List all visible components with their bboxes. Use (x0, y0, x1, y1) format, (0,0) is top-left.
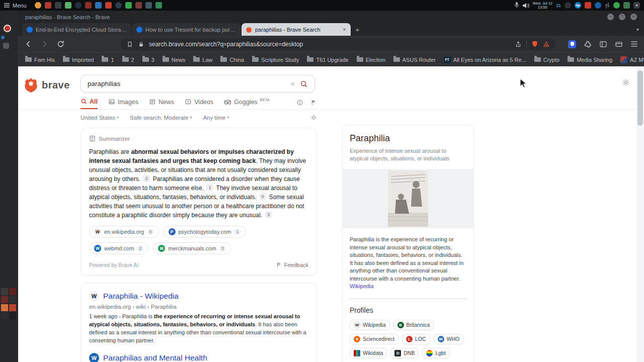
window-titlebar[interactable]: paraphilias - Brave Search - Brave − □ × (18, 11, 644, 23)
profile-pill-loc[interactable]: LLOC (402, 334, 430, 344)
profile-pill-dnb[interactable]: DDNB (390, 348, 419, 358)
palette-swatch[interactable] (9, 288, 16, 295)
search-query-text[interactable]: paraphilias (88, 80, 285, 87)
bookmark-folder[interactable]: Law (193, 57, 212, 63)
palette-swatch[interactable] (1, 304, 8, 311)
speaker-icon[interactable] (523, 3, 529, 9)
bookmark-folder[interactable]: ASUS Router (393, 57, 436, 63)
profile-pill-lgbt[interactable]: Lgbt (422, 348, 449, 358)
maximize-button[interactable]: □ (619, 14, 625, 20)
bookmark-item-ft[interactable]: FTAll Eyes on Arizona as 5 Re... (444, 56, 526, 63)
citation-badge[interactable]: 0 (259, 193, 266, 200)
tray-close-icon[interactable]: × (633, 2, 640, 9)
citation-badge[interactable]: 1 (206, 184, 213, 191)
palette-swatch[interactable] (1, 312, 8, 319)
profile-pill-wikipedia[interactable]: WWikipedia (350, 320, 390, 330)
puzzle-extensions-icon[interactable] (584, 40, 592, 48)
tab-tresorit-storage[interactable]: End-to-End Encrypted Cloud Storage for B… (22, 23, 132, 36)
taskbar-app-icon[interactable] (105, 2, 112, 9)
citation-badge[interactable]: 3 (265, 211, 272, 218)
desktop-shield-icon[interactable] (4, 25, 11, 32)
source-pill-merckmanuals[interactable]: Mmerckmanuals.com3 (153, 242, 230, 254)
result-title-link[interactable]: Paraphilias and Mental Health (103, 353, 207, 362)
palette-swatch[interactable] (1, 296, 8, 303)
source-pill-psychologytoday[interactable]: Ppsychologytoday.com1 (164, 226, 246, 238)
taskbar-app-icon[interactable] (155, 2, 162, 9)
brave-rewards-icon[interactable] (543, 41, 550, 48)
taskbar-app-icon[interactable] (125, 2, 132, 9)
back-button[interactable] (24, 40, 33, 48)
tab-close-icon[interactable]: × (343, 27, 346, 33)
bookmark-item-azmvd[interactable]: AZ MVD Now (620, 56, 644, 63)
reload-button[interactable] (56, 40, 65, 48)
search-magnifier-icon[interactable] (300, 80, 308, 88)
location-icon[interactable] (310, 114, 317, 121)
bookmark-folder[interactable]: China (220, 57, 244, 63)
profile-pill-britannica[interactable]: BBritannica (393, 320, 434, 330)
bookmark-folder[interactable]: Election (357, 57, 385, 63)
palette-swatch[interactable] (9, 296, 16, 303)
bookmark-folder[interactable]: Scripture Study (252, 57, 299, 63)
browser-menu-icon[interactable] (630, 41, 638, 47)
palette-swatch[interactable] (1, 288, 8, 295)
desktop-dot-icon[interactable] (1, 36, 5, 39)
bookmark-folder[interactable]: Imported (63, 57, 94, 63)
taskbar-menu-button[interactable]: Menu (4, 3, 27, 9)
settings-gear-icon[interactable] (622, 78, 630, 86)
tab-tresorit-backup[interactable]: How to use Tresorit for backup purposes?… (132, 23, 242, 36)
wikipedia-link[interactable]: Wikipedia (350, 283, 374, 289)
bookmark-folder[interactable]: 3 (142, 57, 154, 63)
taskbar-app-icon[interactable] (35, 2, 41, 9)
share-icon[interactable] (515, 41, 522, 48)
nav-tab-news[interactable]: News (149, 96, 174, 109)
bookmark-folder[interactable]: Crypto (534, 57, 559, 63)
desktop-app-icon[interactable] (3, 43, 9, 49)
nav-tab-videos[interactable]: Videos (185, 96, 213, 109)
wallet-icon[interactable] (615, 40, 623, 48)
info-icon[interactable] (296, 99, 303, 106)
taskbar-app-icon[interactable] (135, 2, 142, 9)
taskbar-app-icon[interactable] (45, 2, 51, 9)
flag-icon[interactable] (310, 99, 317, 106)
feedback-button[interactable]: Feedback (276, 262, 308, 268)
taskbar-app-icon[interactable] (65, 2, 71, 9)
nav-tab-images[interactable]: Images (108, 96, 138, 109)
time-filter[interactable]: Any time▾ (203, 115, 229, 121)
infobox-image[interactable] (388, 170, 428, 227)
new-tab-button[interactable]: + (351, 23, 364, 36)
profile-pill-who[interactable]: WWHO (434, 334, 464, 344)
tray-app-icon[interactable] (585, 2, 591, 9)
minimize-button[interactable]: − (607, 14, 614, 20)
source-pill-wikipedia[interactable]: Wen.wikipedia.org0 (89, 226, 159, 238)
taskbar-app-icon[interactable] (85, 2, 92, 9)
lock-icon[interactable] (138, 41, 144, 48)
forward-button[interactable] (40, 40, 49, 48)
clear-search-icon[interactable]: × (290, 79, 295, 88)
nav-tab-goggles[interactable]: GogglesBETA (224, 96, 270, 109)
citation-badge[interactable]: 2 (143, 175, 150, 182)
profile-pill-wikidata[interactable]: Wikidata (350, 348, 387, 358)
bookmark-folder[interactable]: News (163, 57, 186, 63)
brave-search-logo[interactable]: brave (24, 77, 70, 93)
taskbar-app-icon[interactable] (115, 2, 122, 9)
scrollbar-thumb[interactable] (637, 70, 643, 126)
address-bar[interactable]: search.brave.com/search?q=paraphilias&so… (121, 38, 555, 50)
taskbar-app-icon[interactable] (145, 2, 152, 9)
bookmark-folder[interactable]: 2 (122, 57, 134, 63)
tray-network-arrows-icon[interactable] (605, 3, 610, 9)
bookmark-folder[interactable]: Media Sharing (568, 57, 612, 63)
tray-hp-icon[interactable]: hp (575, 2, 581, 9)
safesearch-filter[interactable]: Safe search: Moderate▾ (130, 115, 192, 121)
password-manager-extension-icon[interactable] (568, 40, 576, 48)
nav-tab-all[interactable]: All (80, 96, 98, 109)
search-input[interactable]: paraphilias × (80, 75, 315, 93)
taskbar-clock[interactable]: Wed, Jul 12 13:55 (533, 2, 552, 10)
region-filter[interactable]: United States▾ (80, 115, 119, 121)
taskbar-app-icon[interactable] (55, 2, 61, 9)
bookmark-folder[interactable]: Fam His (25, 57, 55, 63)
tray-mail-icon[interactable] (623, 2, 630, 9)
taskbar-app-icon[interactable] (95, 2, 102, 9)
tray-bluetooth-icon[interactable] (595, 2, 601, 9)
sidebar-toggle-icon[interactable] (599, 40, 607, 48)
tray-steam-icon[interactable] (565, 2, 571, 9)
